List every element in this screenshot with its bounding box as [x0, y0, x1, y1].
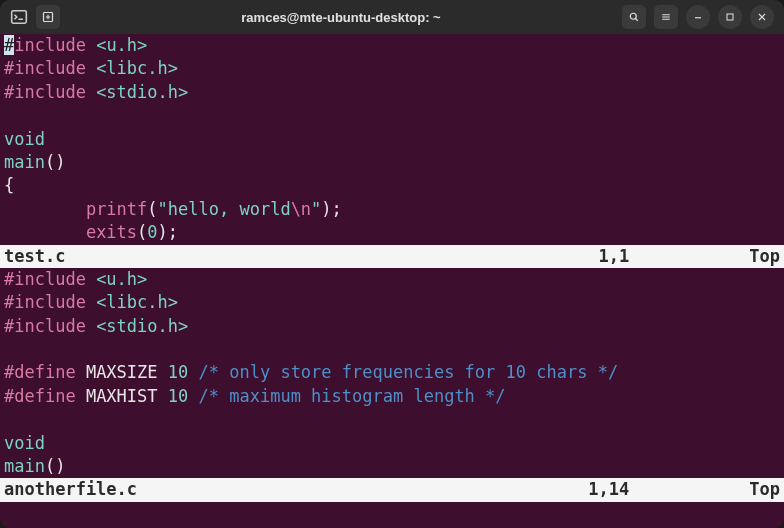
status-bar-1: anotherfile.c 1,14 Top: [0, 478, 784, 501]
code-line: [0, 104, 784, 127]
close-button[interactable]: [750, 5, 774, 29]
code-line: #include <libc.h>: [0, 291, 784, 314]
titlebar: ramces@mte-ubuntu-desktop: ~: [0, 0, 784, 34]
code-line: main(): [0, 151, 784, 174]
status-cursor-pos: 1,14: [588, 478, 629, 501]
status-bar-0: test.c 1,1 Top: [0, 245, 784, 268]
minimize-button[interactable]: [686, 5, 710, 29]
code-line: main(): [0, 455, 784, 478]
terminal-icon: [10, 8, 28, 26]
svg-rect-3: [727, 14, 733, 20]
code-line: void: [0, 128, 784, 151]
svg-point-2: [630, 13, 636, 19]
code-line: #include <stdio.h>: [0, 315, 784, 338]
code-line: void: [0, 432, 784, 455]
new-tab-button[interactable]: [36, 5, 60, 29]
code-line: #define MAXSIZE 10 /* only store frequen…: [0, 361, 784, 384]
status-scroll: Top: [749, 478, 780, 501]
window-title: ramces@mte-ubuntu-desktop: ~: [60, 10, 622, 25]
code-line: [0, 338, 784, 361]
code-line: {: [0, 174, 784, 197]
terminal-window: ramces@mte-ubuntu-desktop: ~: [0, 0, 784, 528]
status-scroll: Top: [749, 245, 780, 268]
svg-rect-0: [12, 11, 27, 23]
code-line: exits(0);: [0, 221, 784, 244]
editor-pane-1[interactable]: #include <u.h> #include <libc.h> #includ…: [0, 268, 784, 502]
code-line: [0, 408, 784, 431]
status-filename: test.c: [4, 245, 65, 268]
maximize-button[interactable]: [718, 5, 742, 29]
code-line: #define MAXHIST 10 /* maximum histogram …: [0, 385, 784, 408]
code-line: printf("hello, world\n");: [0, 198, 784, 221]
editor-area[interactable]: #include <u.h> #include <libc.h> #includ…: [0, 34, 784, 528]
code-line: #include <stdio.h>: [0, 81, 784, 104]
status-cursor-pos: 1,1: [599, 245, 630, 268]
menu-button[interactable]: [654, 5, 678, 29]
code-line: #include <u.h>: [0, 268, 784, 291]
search-button[interactable]: [622, 5, 646, 29]
status-filename: anotherfile.c: [4, 478, 137, 501]
code-line: #include <u.h>: [0, 34, 784, 57]
code-line: #include <libc.h>: [0, 57, 784, 80]
editor-pane-0[interactable]: #include <u.h> #include <libc.h> #includ…: [0, 34, 784, 268]
